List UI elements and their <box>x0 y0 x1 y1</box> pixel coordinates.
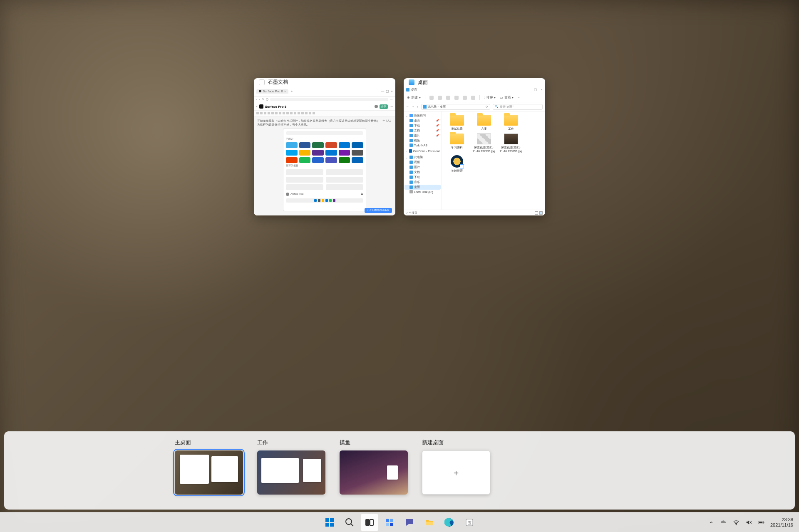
doc-back-icon[interactable]: ‹ <box>256 105 258 109</box>
share-icon[interactable] <box>463 96 467 100</box>
refresh-icon[interactable]: ⟳ <box>262 98 264 101</box>
plus-icon: ＋ <box>452 467 460 478</box>
svg-rect-6 <box>366 520 369 525</box>
vd-thumb[interactable] <box>257 450 325 495</box>
wifi-icon[interactable] <box>733 519 739 526</box>
vd-new-thumb[interactable]: ＋ <box>422 450 490 495</box>
rename-icon[interactable] <box>454 96 459 100</box>
explorer-titlebar: 桌面 — ▢ × <box>404 87 545 93</box>
doc-logo-icon <box>259 104 263 109</box>
copy-icon[interactable] <box>438 96 442 100</box>
volume-icon[interactable] <box>745 519 752 526</box>
widgets-button[interactable] <box>381 514 398 531</box>
forward-icon[interactable]: › <box>259 98 260 101</box>
folder-item[interactable]: 测试结果 <box>445 115 468 131</box>
app-icon <box>259 79 265 85</box>
breadcrumb-2[interactable]: 桌面 <box>440 105 446 109</box>
browser-menu-icon[interactable]: ⋯ <box>390 98 393 101</box>
forward-icon[interactable]: → <box>412 105 414 108</box>
virtual-desktop-main[interactable]: 主桌面 <box>175 439 243 495</box>
sort-button[interactable]: ↕ 排序 ▾ <box>484 95 496 100</box>
window-thumb-shimo[interactable]: 石墨文档 Surface Pro 8 × ＋ — ▢ × ‹ › ⟳ <box>254 78 395 215</box>
folder-item[interactable]: 学习资料 <box>445 134 468 153</box>
icons-view-icon[interactable] <box>539 211 543 215</box>
tab-title: Surface Pro 8 <box>263 89 283 93</box>
up-icon[interactable]: ↑ <box>417 105 419 108</box>
search-button[interactable] <box>341 514 358 531</box>
chat-button[interactable] <box>401 514 418 531</box>
view-button[interactable]: ▭ 查看 ▾ <box>500 95 513 100</box>
svg-line-5 <box>351 524 353 526</box>
search-placeholder: 搜索"桌面" <box>500 105 514 109</box>
browser-close-icon[interactable]: × <box>391 89 393 93</box>
paste-icon[interactable] <box>446 96 450 100</box>
explorer-button[interactable] <box>421 514 438 531</box>
virtual-desktop-new[interactable]: 新建桌面 ＋ <box>422 439 490 495</box>
doc-body: 开始菜单采取了磁贴卡片式设计，和传统之前差异很大（且方向应该是磁贴想要延续两个世… <box>254 116 395 215</box>
share-button[interactable]: 分享 <box>380 104 388 109</box>
taskbar-clock[interactable]: 23:38 2021/11/16 <box>770 517 793 527</box>
explorer-content[interactable]: 测试结果 方案 工作 学习资料 屏幕截图 2021-11-16 232936.j… <box>442 111 545 210</box>
site-info-icon[interactable] <box>266 98 268 101</box>
maximize-icon[interactable]: ▢ <box>534 88 537 92</box>
svg-rect-7 <box>370 520 373 525</box>
tray-overflow-icon[interactable] <box>708 519 715 526</box>
startmenu-search <box>286 131 363 135</box>
app-icon <box>409 79 414 85</box>
virtual-desktop-strip: 主桌面 工作 摸鱼 新建桌面 ＋ <box>4 431 795 510</box>
folder-item[interactable]: 方案 <box>472 115 495 131</box>
new-button[interactable]: ⊕ 新建 ▾ <box>407 95 421 100</box>
browser-maximize-icon[interactable]: ▢ <box>386 89 389 93</box>
close-icon[interactable]: × <box>541 88 543 92</box>
vd-label: 新建桌面 <box>422 439 490 446</box>
system-tray[interactable]: 23:38 2021/11/16 <box>708 512 793 532</box>
onedrive-icon[interactable] <box>720 519 727 526</box>
back-icon[interactable]: ← <box>406 105 409 108</box>
browser-minimize-icon[interactable]: — <box>381 89 384 93</box>
tab-close-icon[interactable]: × <box>284 90 286 93</box>
clock-date: 2021/11/16 <box>770 522 793 527</box>
doc-title[interactable]: Surface Pro 8 <box>265 105 287 109</box>
user-avatar-icon <box>286 193 289 196</box>
window-thumb-explorer[interactable]: 桌面 桌面 — ▢ × ⊕ 新建 ▾ ↕ 排序 ▾ <box>404 78 545 215</box>
taskview-button[interactable] <box>361 514 378 531</box>
doc-more-icon[interactable]: ⋯ <box>390 105 393 109</box>
more-button[interactable]: ··· <box>518 96 521 99</box>
details-view-icon[interactable] <box>535 211 538 215</box>
pinned-label: 已固定 <box>286 138 363 141</box>
delete-icon[interactable] <box>471 96 475 100</box>
explorer-nav[interactable]: ⌄快速访问 桌面📌 下载📌 文档📌 图片📌 视频 Todd-NAS ›OneDr… <box>404 111 442 210</box>
svg-rect-19 <box>764 522 764 523</box>
window-thumb-header: 石墨文档 <box>254 78 395 87</box>
new-tab-icon[interactable]: ＋ <box>290 89 293 94</box>
breadcrumb-1[interactable]: 此电脑 <box>428 105 437 109</box>
edge-button[interactable] <box>441 514 458 531</box>
svg-rect-8 <box>386 519 389 522</box>
address-bar[interactable] <box>270 98 388 101</box>
virtual-desktop-fish[interactable]: 摸鱼 <box>340 439 408 495</box>
app-button[interactable]: 五 <box>461 514 478 531</box>
vd-label: 工作 <box>257 439 325 446</box>
refresh-icon[interactable]: ⟳ <box>486 105 488 109</box>
folder-icon <box>406 88 409 92</box>
start-button[interactable] <box>321 514 338 531</box>
file-item[interactable]: 英雄联盟 <box>445 155 468 173</box>
virtual-desktop-work[interactable]: 工作 <box>257 439 325 495</box>
folder-item[interactable]: 工作 <box>499 115 522 131</box>
address-bar[interactable]: 此电脑 › 桌面 ⟳ <box>421 104 491 110</box>
vd-label: 摸鱼 <box>340 439 408 446</box>
vd-thumb[interactable] <box>340 450 408 495</box>
search-input[interactable]: 🔍 搜索"桌面" <box>493 104 543 110</box>
cut-icon[interactable] <box>429 96 434 100</box>
battery-icon[interactable] <box>758 519 764 526</box>
vd-thumb[interactable] <box>175 450 243 495</box>
browser-tab[interactable]: Surface Pro 8 × <box>256 89 288 94</box>
file-item[interactable]: 屏幕截图 2021-11-16 233156.jpg <box>499 134 522 153</box>
file-item[interactable]: 屏幕截图 2021-11-16 232936.jpg <box>472 134 495 153</box>
svg-point-15 <box>736 524 736 525</box>
back-icon[interactable]: ‹ <box>256 98 257 101</box>
minimize-icon[interactable]: — <box>527 88 531 92</box>
titlebar-text: 桌面 <box>411 87 417 92</box>
svg-rect-0 <box>325 518 329 522</box>
avatar[interactable] <box>375 105 378 108</box>
